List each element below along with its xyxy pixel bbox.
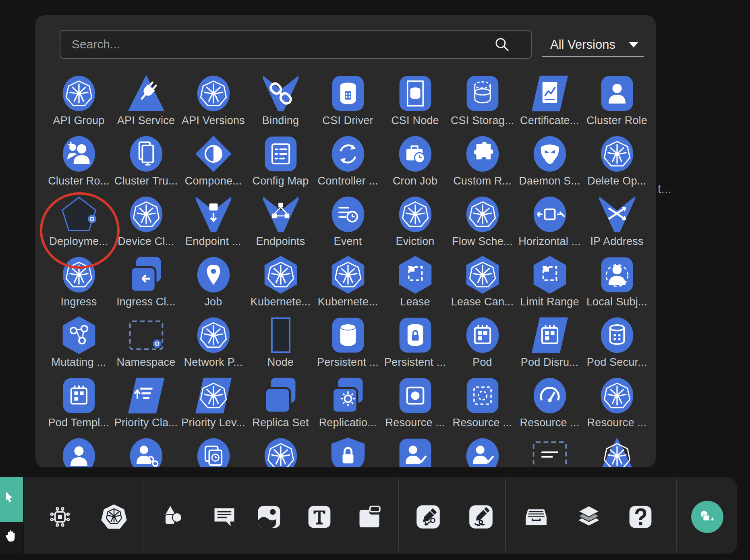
- library-item-priority-lev[interactable]: Priority Lev...: [180, 375, 247, 435]
- library-item-csi-driver[interactable]: CSI Driver: [314, 73, 381, 133]
- library-item-resource[interactable]: Resource ...: [449, 375, 516, 435]
- select-tool[interactable]: [0, 477, 23, 522]
- text-tool[interactable]: [303, 501, 336, 533]
- person-check-icon: [396, 437, 435, 467]
- library-item-partial-6-3[interactable]: [247, 435, 314, 467]
- library-item-flow-sche[interactable]: Flow Sche...: [449, 193, 516, 254]
- library-item-label: Pod Secur...: [587, 356, 647, 368]
- connector-pen-tool[interactable]: [412, 501, 444, 533]
- version-filter-dropdown[interactable]: All Versions: [542, 33, 644, 57]
- library-item-resource[interactable]: Resource ...: [583, 375, 651, 435]
- search-box[interactable]: [60, 30, 532, 59]
- library-item-partial-6-2[interactable]: [180, 435, 247, 467]
- library-item-api-service[interactable]: API Service: [112, 73, 180, 133]
- library-item-cluster-ro[interactable]: Cluster Ro...: [45, 133, 112, 193]
- library-item-pod-disru[interactable]: Pod Disru...: [516, 314, 583, 375]
- layers-stack-icon: [574, 502, 603, 531]
- library-item-cluster-tru[interactable]: Cluster Tru...: [112, 133, 180, 193]
- library-item-certificate[interactable]: Certificate...: [516, 73, 583, 133]
- library-item-replica-set[interactable]: Replica Set: [247, 375, 314, 435]
- library-item-device-cl[interactable]: Device Cl...: [112, 193, 180, 254]
- network-diagram-tool[interactable]: [44, 501, 76, 533]
- library-item-daemon-s[interactable]: Daemon S...: [516, 133, 583, 193]
- library-item-pod[interactable]: Pod: [449, 314, 516, 375]
- library-item-mutating[interactable]: Mutating ...: [45, 314, 112, 375]
- library-item-label: API Group: [53, 114, 105, 127]
- library-item-horizontal[interactable]: Horizontal ...: [516, 193, 583, 254]
- box-h-arrows-icon: [530, 195, 569, 234]
- library-item-limit-range[interactable]: Limit Range: [516, 254, 583, 314]
- archive-tool[interactable]: [520, 501, 552, 533]
- library-item-namespace[interactable]: Namespace: [112, 314, 180, 375]
- list-clock-icon: [329, 195, 367, 234]
- library-item-local-subj[interactable]: Local Subj...: [583, 254, 651, 314]
- library-item-eviction[interactable]: Eviction: [381, 193, 449, 254]
- library-item-kubernete[interactable]: Kubernete...: [247, 254, 314, 314]
- image-tool[interactable]: [253, 501, 285, 533]
- library-item-partial-6-8[interactable]: [583, 435, 651, 467]
- library-item-deployme[interactable]: Deployme...: [45, 193, 112, 254]
- library-item-persistent[interactable]: Persistent ...: [381, 314, 449, 375]
- pencil-scribble-icon: [466, 502, 495, 531]
- library-item-partial-6-5[interactable]: [381, 435, 449, 467]
- library-item-network-p[interactable]: Network P...: [180, 314, 247, 375]
- library-item-persistent[interactable]: Persistent ...: [314, 314, 381, 375]
- box-down-arrow-icon: [194, 195, 233, 234]
- library-item-ip-address[interactable]: IP Address: [583, 193, 651, 254]
- help-tool[interactable]: [624, 501, 657, 533]
- library-item-label: Device Cl...: [118, 235, 174, 247]
- case-clock-icon: [396, 135, 435, 173]
- chevron-down-icon: [629, 42, 638, 48]
- layers-tool[interactable]: [573, 501, 605, 533]
- library-item-replicatio[interactable]: Replicatio...: [314, 375, 381, 435]
- library-item-csi-node[interactable]: CSI Node: [381, 73, 449, 133]
- library-item-partial-6-4[interactable]: [314, 435, 381, 467]
- library-item-controller[interactable]: Controller ...: [314, 133, 381, 193]
- library-item-resource[interactable]: Resource ...: [381, 375, 449, 435]
- library-item-label: IP Address: [590, 235, 643, 247]
- library-item-label: Eviction: [396, 235, 434, 247]
- library-item-priority-cla[interactable]: Priority Cla...: [112, 375, 180, 435]
- library-item-partial-6-1[interactable]: [112, 435, 180, 467]
- library-item-pod-secur[interactable]: Pod Secur...: [583, 314, 651, 375]
- library-item-node[interactable]: Node: [247, 314, 314, 375]
- library-item-ingress[interactable]: Ingress: [45, 254, 112, 314]
- library-item-partial-6-6[interactable]: [449, 435, 516, 467]
- library-item-compone[interactable]: Compone...: [180, 133, 247, 193]
- container-icon: [463, 316, 502, 355]
- library-item-ingress-cl[interactable]: Ingress Cl...: [112, 254, 180, 314]
- person-icon: [60, 437, 98, 467]
- library-item-label: Compone...: [185, 175, 242, 187]
- library-item-resource[interactable]: Resource ...: [516, 375, 583, 435]
- library-item-job[interactable]: Job: [180, 254, 247, 314]
- library-item-delete-op[interactable]: Delete Op...: [583, 133, 651, 193]
- shapes-tool[interactable]: [157, 501, 189, 533]
- library-item-partial-6-7[interactable]: [516, 435, 583, 467]
- library-item-lease-can[interactable]: Lease Can...: [449, 254, 516, 314]
- library-item-binding[interactable]: Binding: [247, 73, 314, 133]
- library-item-endpoints[interactable]: Endpoints: [247, 193, 314, 254]
- library-item-api-versions[interactable]: API Versions: [180, 73, 247, 133]
- library-item-config-map[interactable]: Config Map: [247, 133, 314, 193]
- library-item-lease[interactable]: Lease: [381, 254, 449, 314]
- library-item-label: Replicatio...: [319, 417, 377, 429]
- search-input[interactable]: [60, 37, 493, 51]
- kubernetes-library-tool[interactable]: [98, 501, 130, 533]
- library-item-cluster-role[interactable]: Cluster Role: [583, 73, 651, 133]
- library-item-pod-templ[interactable]: Pod Templ...: [45, 375, 112, 435]
- library-item-endpoint[interactable]: Endpoint ...: [180, 193, 247, 254]
- sticky-note-tool[interactable]: [353, 501, 385, 533]
- text-t-icon: [305, 502, 334, 531]
- library-item-cron-job[interactable]: Cron Job: [381, 133, 449, 193]
- shape-library-button[interactable]: [691, 501, 723, 533]
- library-item-label: Priority Cla...: [114, 417, 178, 429]
- hand-tool[interactable]: [0, 522, 23, 554]
- library-item-api-group[interactable]: API Group: [45, 73, 112, 133]
- freehand-draw-tool[interactable]: [465, 501, 497, 533]
- library-item-event[interactable]: Event: [314, 193, 381, 254]
- library-item-kubernete[interactable]: Kubernete...: [314, 254, 381, 314]
- library-item-partial-6-0[interactable]: [45, 435, 112, 467]
- comment-tool[interactable]: [208, 501, 240, 533]
- library-item-csi-storag[interactable]: CSI Storag...: [449, 73, 516, 133]
- library-item-custom-r[interactable]: Custom R...: [449, 133, 516, 193]
